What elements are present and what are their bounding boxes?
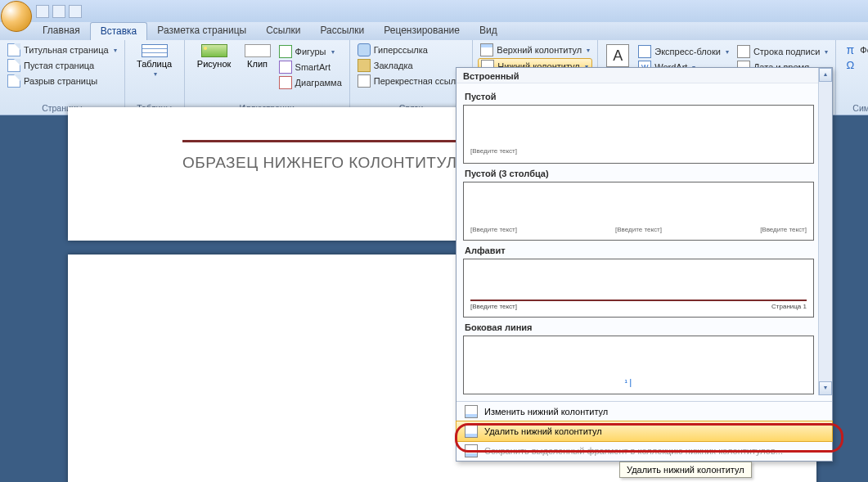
label: Диаграмма	[295, 78, 342, 88]
hyperlink-button[interactable]: Гиперссылка	[355, 43, 468, 57]
textbox-icon: A	[606, 44, 629, 67]
tab-mailings[interactable]: Рассылки	[310, 22, 374, 40]
label: Перекрестная ссылка	[374, 76, 465, 86]
group-illustrations: Рисунок Клип Фигуры▾ SmartArt Диаграмма …	[185, 40, 350, 115]
gallery-section-header: Встроенный	[456, 68, 832, 83]
blank-page-button[interactable]: Пустая страница	[5, 58, 119, 73]
placeholder-text: [Введите текст]	[470, 147, 517, 155]
chart-icon	[279, 76, 292, 89]
label: Рисунок	[197, 59, 232, 69]
label: Верхний колонтитул	[497, 45, 582, 55]
qat-save-icon[interactable]	[36, 5, 49, 18]
chevron-down-icon: ▾	[112, 47, 117, 54]
gallery-item-label: Боковая линия	[463, 319, 814, 336]
gallery-item-label: Алфавит	[463, 242, 814, 259]
gallery-item-alphabet[interactable]: [Введите текст] Страница 1	[463, 259, 814, 318]
qat-redo-icon[interactable]	[69, 5, 82, 18]
group-links: Гиперссылка Закладка Перекрестная ссылка…	[350, 40, 474, 115]
table-icon	[142, 44, 168, 57]
tab-home[interactable]: Главная	[33, 22, 90, 40]
clip-icon	[245, 44, 271, 57]
quickparts-button[interactable]: Экспресс-блоки▾	[636, 44, 731, 59]
label: Клип	[247, 59, 268, 69]
formula-button[interactable]: πФорм	[841, 43, 868, 57]
group-label: Симв	[841, 101, 868, 115]
placeholder-text: [Введите текст]	[760, 226, 807, 233]
bookmark-button[interactable]: Закладка	[355, 58, 468, 73]
tab-page-layout[interactable]: Разметка страницы	[147, 22, 256, 40]
page-number-text: Страница 1	[771, 303, 807, 310]
tab-insert[interactable]: Вставка	[90, 22, 148, 40]
label: Экспресс-блоки	[654, 47, 721, 56]
crossref-button[interactable]: Перекрестная ссылка	[355, 74, 468, 88]
tooltip: Удалить нижний колонтитул	[619, 462, 752, 478]
tab-references[interactable]: Ссылки	[256, 22, 310, 40]
gallery-item-empty[interactable]: [Введите текст]	[463, 105, 814, 164]
picture-icon	[201, 44, 227, 57]
shapes-icon	[279, 45, 292, 58]
scroll-up-icon[interactable]: ▴	[819, 68, 832, 82]
label: Гиперссылка	[374, 45, 428, 55]
symbol-button[interactable]: Ω	[841, 58, 868, 73]
hyperlink-icon	[358, 43, 371, 56]
label: Титульная страница	[24, 45, 109, 55]
scroll-down-icon[interactable]: ▾	[819, 381, 832, 395]
shapes-button[interactable]: Фигуры▾	[277, 44, 344, 59]
group-symbols: πФорм Ω Симв	[836, 40, 868, 115]
ribbon-tabs: Главная Вставка Разметка страницы Ссылки…	[0, 22, 868, 40]
label: Изменить нижний колонтитул	[484, 407, 608, 417]
chart-button[interactable]: Диаграмма	[277, 75, 344, 90]
edit-footer-command[interactable]: Изменить нижний колонтитул	[456, 402, 832, 421]
group-tables: Таблица▾ Таблицы	[125, 40, 185, 115]
gallery-item-empty3[interactable]: [Введите текст] [Введите текст] [Введите…	[463, 182, 814, 241]
omega-icon: Ω	[843, 59, 857, 72]
annotation-red-ring	[455, 423, 843, 453]
tab-review[interactable]: Рецензирование	[374, 22, 470, 40]
header-button[interactable]: Верхний колонтитул▾	[478, 43, 592, 57]
page-icon	[7, 59, 20, 72]
signature-button[interactable]: Строка подписи▾	[735, 44, 830, 59]
office-button[interactable]	[1, 1, 32, 32]
chevron-down-icon: ▾	[152, 70, 157, 78]
tab-view[interactable]: Вид	[470, 22, 507, 40]
label: Пустая страница	[24, 61, 94, 70]
gallery-item-label: Пустой (3 столбца)	[463, 165, 814, 182]
signature-icon	[737, 45, 750, 58]
quickparts-icon	[638, 45, 651, 58]
quick-access-toolbar	[36, 2, 82, 20]
chevron-down-icon: ▾	[823, 48, 828, 56]
bookmark-icon	[358, 59, 371, 72]
label: SmartArt	[295, 62, 331, 72]
cover-page-button[interactable]: Титульная страница▾	[5, 43, 119, 57]
placeholder-text: [Введите текст]	[470, 303, 517, 310]
edit-footer-icon	[465, 405, 478, 418]
group-pages: Титульная страница▾ Пустая страница Разр…	[0, 40, 125, 115]
page-break-button[interactable]: Разрыв страницы	[5, 74, 119, 88]
placeholder-text: [Введите текст]	[615, 226, 662, 233]
cursor-indicator: ¹ |	[624, 378, 632, 387]
tooltip-text: Удалить нижний колонтитул	[619, 462, 752, 478]
smartart-icon	[279, 61, 292, 74]
chevron-down-icon: ▾	[330, 48, 335, 56]
pi-icon: π	[843, 43, 857, 56]
chevron-down-icon: ▾	[585, 47, 590, 54]
crossref-icon	[358, 74, 371, 88]
gallery-item-sideline[interactable]: ¹ |	[463, 336, 814, 394]
gallery-item-label: Пустой	[463, 88, 814, 105]
qat-undo-icon[interactable]	[52, 5, 65, 18]
placeholder-text: [Введите текст]	[470, 226, 517, 233]
header-icon	[480, 43, 493, 56]
gallery-scrollbar[interactable]: ▴ ▾	[818, 68, 832, 395]
footer-gallery: Встроенный Пустой [Введите текст] Пустой…	[456, 67, 833, 462]
label: Форм	[860, 45, 868, 55]
page-icon	[7, 43, 20, 56]
smartart-button[interactable]: SmartArt	[277, 60, 344, 74]
chevron-down-icon: ▾	[724, 48, 729, 56]
label: Разрыв страницы	[24, 76, 97, 86]
label: Строка подписи	[753, 47, 820, 56]
title-bar	[0, 0, 868, 22]
label: Закладка	[374, 61, 413, 70]
label: Фигуры	[295, 47, 326, 56]
page-break-icon	[7, 74, 20, 88]
table-button[interactable]: Таблица▾	[130, 43, 179, 78]
